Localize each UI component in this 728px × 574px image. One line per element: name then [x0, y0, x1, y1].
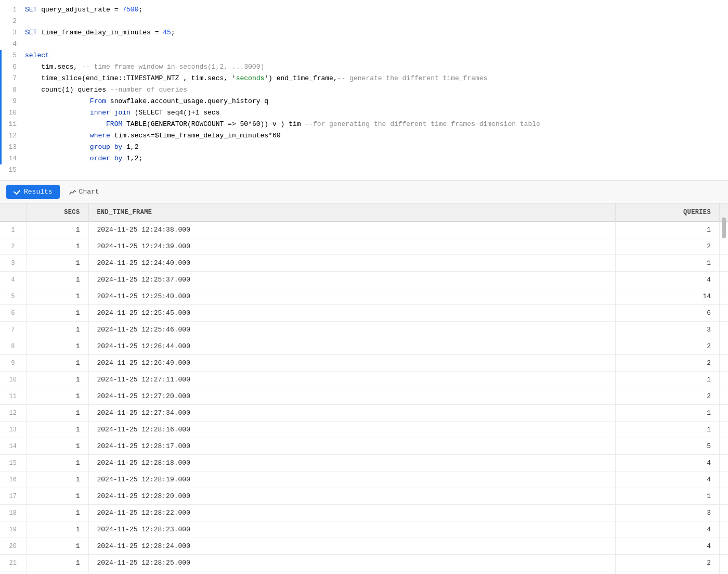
cell-queries: 2 — [616, 238, 720, 255]
line-content: select — [25, 50, 728, 61]
cell-secs: 1 — [26, 455, 88, 471]
cell-end-time-frame: 2024-11-25 12:28:24.000 — [88, 538, 616, 555]
line-number: 12 — [0, 130, 25, 142]
code-line-3: 3SET time_frame_delay_in_minutes = 45; — [0, 27, 728, 39]
line-number: 4 — [0, 39, 25, 50]
cell-rownum: 9 — [0, 355, 26, 372]
table-row: 212024-11-25 12:24:39.0002 — [0, 238, 728, 255]
line-content: tim.secs, -- time frame window in second… — [25, 61, 728, 73]
table-row: 1212024-11-25 12:27:34.0001 — [0, 405, 728, 422]
cell-rownum: 7 — [0, 322, 26, 338]
cell-end-time-frame: 2024-11-25 12:28:19.000 — [88, 471, 616, 488]
cell-end-time-frame: 2024-11-25 12:28:23.000 — [88, 521, 616, 538]
cell-queries: 1 — [616, 255, 720, 272]
cell-secs: 1 — [26, 422, 88, 438]
table-row: 1612024-11-25 12:28:19.0004 — [0, 471, 728, 488]
cell-queries: 4 — [616, 521, 720, 538]
table-row: 1412024-11-25 12:28:17.0005 — [0, 438, 728, 455]
token-plain: TABLE(GENERATOR(ROWCOUNT => 50*60)) v ) … — [122, 120, 305, 128]
line-number: 1 — [0, 4, 25, 16]
cell-rownum: 4 — [0, 272, 26, 288]
token-comment: -- generate the different time_frames — [337, 74, 488, 82]
table-row: 712024-11-25 12:25:46.0003 — [0, 322, 728, 338]
line-content: SET query_adjust_rate = 7500; — [25, 4, 728, 16]
cell-end-time-frame: 2024-11-25 12:28:25.000 — [88, 555, 616, 571]
cell-end-time-frame: 2024-11-25 12:26:49.000 — [88, 355, 616, 372]
token-plain: time_frame_delay_in_minutes = — [37, 29, 163, 36]
cell-queries: 1 — [616, 488, 720, 505]
line-content: count(1) queries --number of queries — [25, 84, 728, 96]
code-line-2: 2 — [0, 16, 728, 27]
cell-rownum: 10 — [0, 372, 26, 388]
results-container[interactable]: SECS END_TIME_FRAME QUERIES 112024-11-25… — [0, 203, 728, 574]
token-plain: (SELECT seq4()+1 secs — [131, 109, 220, 117]
cell-queries: 4 — [616, 272, 720, 288]
line-number: 7 — [0, 73, 25, 84]
cell-end-time-frame: 2024-11-25 12:27:11.000 — [88, 372, 616, 388]
line-content: SET time_frame_delay_in_minutes = 45; — [25, 27, 728, 39]
results-button[interactable]: Results — [6, 185, 60, 199]
cell-rownum: 18 — [0, 505, 26, 521]
cell-end-time-frame: 2024-11-25 12:26:44.000 — [88, 338, 616, 355]
line-content: FROM TABLE(GENERATOR(ROWCOUNT => 50*60))… — [25, 119, 728, 130]
chart-button[interactable]: Chart — [64, 185, 105, 199]
results-icon — [14, 188, 21, 196]
cell-rownum: 11 — [0, 388, 26, 405]
cell-queries: 4 — [616, 538, 720, 555]
line-number: 11 — [0, 119, 25, 130]
cell-queries: 1 — [616, 405, 720, 422]
table-row: 2212024-11-25 12:28:28.0003 — [0, 571, 728, 575]
token-kw-where: where — [90, 132, 110, 139]
cell-secs: 1 — [26, 538, 88, 555]
token-kw-select: select — [25, 52, 49, 59]
cell-end-time-frame: 2024-11-25 12:28:17.000 — [88, 438, 616, 455]
cell-end-time-frame: 2024-11-25 12:28:20.000 — [88, 488, 616, 505]
code-lines: 1SET query_adjust_rate = 7500;23SET time… — [0, 0, 728, 180]
cell-rownum: 21 — [0, 555, 26, 571]
token-kw-order: order by — [90, 155, 122, 162]
token-kw-inner: inner join — [90, 109, 131, 117]
token-plain: tim.secs, — [25, 63, 82, 71]
table-header: SECS END_TIME_FRAME QUERIES — [0, 203, 728, 222]
cell-secs: 1 — [26, 372, 88, 388]
line-number: 3 — [0, 27, 25, 39]
cell-end-time-frame: 2024-11-25 12:28:18.000 — [88, 455, 616, 471]
token-plain: 1,2; — [122, 155, 142, 162]
line-number: 10 — [0, 107, 25, 119]
cell-queries: 5 — [616, 438, 720, 455]
cell-secs: 1 — [26, 338, 88, 355]
token-kw-from: FROM — [106, 120, 122, 128]
table-row: 812024-11-25 12:26:44.0002 — [0, 338, 728, 355]
line-number: 15 — [0, 164, 25, 176]
cell-secs: 1 — [26, 238, 88, 255]
cell-queries: 3 — [616, 505, 720, 521]
cell-rownum: 12 — [0, 405, 26, 422]
table-row: 2012024-11-25 12:28:24.0004 — [0, 538, 728, 555]
chart-label: Chart — [79, 188, 99, 196]
cell-end-time-frame: 2024-11-25 12:28:22.000 — [88, 505, 616, 521]
token-plain — [25, 143, 90, 151]
cell-end-time-frame: 2024-11-25 12:24:40.000 — [88, 255, 616, 272]
token-string-val: seconds — [236, 74, 265, 82]
token-kw-from: From — [90, 97, 106, 105]
cell-rownum: 22 — [0, 571, 26, 575]
token-plain — [25, 132, 90, 139]
table-row: 512024-11-25 12:25:40.00014 — [0, 288, 728, 305]
code-line-4: 4 — [0, 39, 728, 50]
table-row: 912024-11-25 12:26:49.0002 — [0, 355, 728, 372]
cell-end-time-frame: 2024-11-25 12:25:37.000 — [88, 272, 616, 288]
cell-secs: 1 — [26, 388, 88, 405]
line-content: inner join (SELECT seq4()+1 secs — [25, 107, 728, 119]
line-number: 14 — [0, 153, 25, 164]
line-number: 8 — [0, 84, 25, 96]
cell-queries: 1 — [616, 422, 720, 438]
code-line-7: 7 time_slice(end_time::TIMESTAMP_NTZ , t… — [0, 73, 728, 84]
token-plain — [25, 109, 90, 117]
cell-secs: 1 — [26, 555, 88, 571]
cell-queries: 2 — [616, 555, 720, 571]
code-line-9: 9 From snowflake.account_usage.query_his… — [0, 96, 728, 107]
token-plain: time_slice(end_time::TIMESTAMP_NTZ , tim… — [25, 74, 236, 82]
results-table: SECS END_TIME_FRAME QUERIES 112024-11-25… — [0, 203, 728, 574]
token-plain: snowflake.account_usage.query_history q — [106, 97, 268, 105]
cell-secs: 1 — [26, 355, 88, 372]
